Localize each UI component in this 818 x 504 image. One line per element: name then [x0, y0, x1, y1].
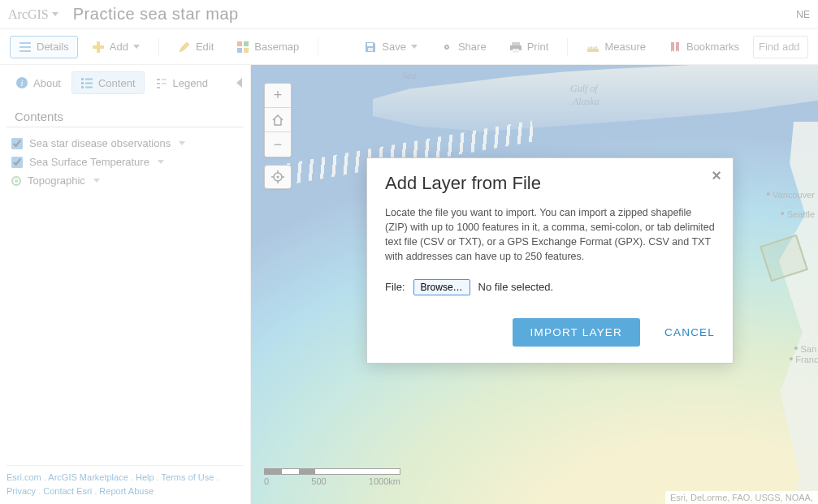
close-button[interactable]: ×	[712, 166, 721, 185]
import-layer-button[interactable]: IMPORT LAYER	[513, 318, 640, 347]
file-label: File:	[385, 281, 405, 293]
add-layer-modal: × Add Layer from File Locate the file yo…	[366, 157, 734, 364]
cancel-button[interactable]: CANCEL	[664, 326, 715, 338]
browse-button[interactable]: Browse…	[413, 279, 470, 295]
modal-body-text: Locate the file you want to import. You …	[385, 205, 715, 265]
file-status: No file selected.	[478, 281, 554, 293]
modal-title: Add Layer from File	[385, 173, 715, 194]
